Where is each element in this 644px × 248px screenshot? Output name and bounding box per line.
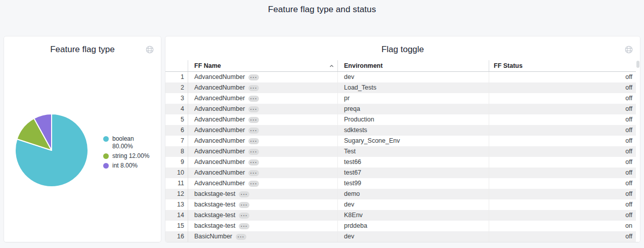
environment-cell: Production xyxy=(337,114,489,125)
row-number-cell: 6 xyxy=(165,125,188,136)
table-row[interactable]: 2 AdvancedNumber Load_Tests off xyxy=(165,82,636,93)
table-scrollbar[interactable] xyxy=(636,60,640,242)
ellipsis-icon[interactable] xyxy=(248,181,259,187)
ff-status-cell: off xyxy=(489,210,636,221)
row-number-cell: 8 xyxy=(165,146,188,157)
ellipsis-icon[interactable] xyxy=(236,234,246,240)
environment-cell: dev xyxy=(337,72,489,82)
legend-item[interactable]: string 12.00% xyxy=(103,152,153,160)
row-number-cell: 4 xyxy=(165,104,188,114)
ff-name-cell: AdvancedNumber xyxy=(188,93,337,104)
environment-cell: sdktests xyxy=(337,125,489,136)
row-number-cell: 14 xyxy=(165,210,188,221)
ellipsis-icon[interactable] xyxy=(248,106,259,112)
environment-cell: test99 xyxy=(337,178,489,189)
ff-status-cell: on xyxy=(489,221,636,231)
ff-name-cell: backstage-test xyxy=(188,221,337,231)
legend-color-dot xyxy=(103,136,109,142)
table-row[interactable]: 4 AdvancedNumber preqa off xyxy=(165,104,636,114)
legend-color-dot xyxy=(103,153,109,159)
table-row[interactable]: 3 AdvancedNumber pr off xyxy=(165,93,636,104)
column-header-ff-name-label: FF Name xyxy=(194,60,221,71)
ellipsis-icon[interactable] xyxy=(239,191,249,197)
table-row[interactable]: 6 AdvancedNumber sdktests off xyxy=(165,125,636,136)
environment-cell: Test xyxy=(337,146,489,157)
ff-name-cell: backstage-test xyxy=(188,199,337,210)
ff-name-text: AdvancedNumber xyxy=(194,125,245,136)
column-header-ff-name[interactable]: FF Name xyxy=(188,60,337,71)
row-number-cell: 7 xyxy=(165,136,188,146)
ff-status-cell: off xyxy=(489,93,636,104)
header-row-number xyxy=(165,60,188,71)
table-row[interactable]: 13 backstage-test dev off xyxy=(165,199,636,210)
ellipsis-icon[interactable] xyxy=(239,202,249,208)
ff-status-cell: off xyxy=(489,82,636,93)
ellipsis-icon[interactable] xyxy=(239,223,249,229)
table-row[interactable]: 11 AdvancedNumber test99 off xyxy=(165,178,636,189)
feature-flag-type-panel: Feature flag type boolean 80.00% string … xyxy=(4,36,161,242)
pie-legend: boolean 80.00% string 12.00% int 8.00% xyxy=(103,135,153,172)
ellipsis-icon[interactable] xyxy=(248,170,259,176)
sort-asc-icon xyxy=(329,63,334,69)
environment-cell: pr xyxy=(337,93,489,104)
ff-name-cell: AdvancedNumber xyxy=(188,157,337,168)
table-row[interactable]: 8 AdvancedNumber Test off xyxy=(165,146,636,157)
ff-name-text: AdvancedNumber xyxy=(194,178,245,189)
ff-name-text: AdvancedNumber xyxy=(194,114,245,125)
table-row[interactable]: 15 backstage-test prddeba on xyxy=(165,221,636,231)
row-number-cell: 10 xyxy=(165,168,188,178)
ff-status-cell: off xyxy=(489,231,636,242)
ff-name-cell: AdvancedNumber xyxy=(188,178,337,189)
table-scrollbar-thumb[interactable] xyxy=(636,61,639,68)
ff-status-cell: off xyxy=(489,104,636,114)
ff-name-cell: backstage-test xyxy=(188,189,337,199)
table-header-row: FF Name Environment FF Status xyxy=(165,60,636,72)
column-header-environment[interactable]: Environment xyxy=(337,60,489,71)
ff-name-text: AdvancedNumber xyxy=(194,93,245,104)
ellipsis-icon[interactable] xyxy=(248,128,259,134)
ff-status-cell: off xyxy=(489,199,636,210)
table-row[interactable]: 10 AdvancedNumber test67 off xyxy=(165,168,636,178)
row-number-cell: 11 xyxy=(165,178,188,189)
ff-name-text: AdvancedNumber xyxy=(194,146,245,157)
environment-cell: Load_Tests xyxy=(337,82,489,93)
ff-status-cell: off xyxy=(489,125,636,136)
ellipsis-icon[interactable] xyxy=(248,85,259,91)
ellipsis-icon[interactable] xyxy=(239,213,249,219)
ellipsis-icon[interactable] xyxy=(248,138,259,144)
globe-icon[interactable] xyxy=(624,45,633,54)
ff-name-cell: BasicNumber xyxy=(188,231,337,242)
environment-cell: dev xyxy=(337,231,489,242)
table-row[interactable]: 5 AdvancedNumber Production off xyxy=(165,114,636,125)
environment-cell: preqa xyxy=(337,104,489,114)
table-row[interactable]: 12 backstage-test demo off xyxy=(165,189,636,199)
ellipsis-icon[interactable] xyxy=(248,117,259,123)
ff-name-cell: AdvancedNumber xyxy=(188,104,337,114)
ellipsis-icon[interactable] xyxy=(248,149,259,155)
ellipsis-icon[interactable] xyxy=(248,74,259,80)
row-number-cell: 3 xyxy=(165,93,188,104)
panel-title-flag-toggle: Flag toggle xyxy=(165,36,640,60)
ff-name-cell: backstage-test xyxy=(188,210,337,221)
ff-name-cell: AdvancedNumber xyxy=(188,82,337,93)
table-row[interactable]: 9 AdvancedNumber test66 off xyxy=(165,157,636,168)
ellipsis-icon[interactable] xyxy=(248,96,259,102)
legend-label: int 8.00% xyxy=(112,162,138,170)
legend-item[interactable]: int 8.00% xyxy=(103,162,153,170)
flag-toggle-panel: Flag toggle FF Name Environment FF Statu… xyxy=(165,36,640,242)
table-row[interactable]: 1 AdvancedNumber dev off xyxy=(165,72,636,82)
row-number-cell: 12 xyxy=(165,189,188,199)
ff-name-text: backstage-test xyxy=(194,221,235,231)
ellipsis-icon[interactable] xyxy=(248,159,259,166)
environment-cell: K8Env xyxy=(337,210,489,221)
panel-title-feature-flag-type: Feature flag type xyxy=(4,36,161,60)
row-number-cell: 2 xyxy=(165,82,188,93)
ff-status-cell: off xyxy=(489,189,636,199)
ff-name-cell: AdvancedNumber xyxy=(188,168,337,178)
table-row[interactable]: 7 AdvancedNumber Sugary_Scone_Env off xyxy=(165,136,636,146)
column-header-ff-status[interactable]: FF Status xyxy=(489,60,636,71)
table-row[interactable]: 14 backstage-test K8Env off xyxy=(165,210,636,221)
legend-item[interactable]: boolean 80.00% xyxy=(103,135,153,150)
table-row[interactable]: 16 BasicNumber dev off xyxy=(165,231,636,242)
globe-icon[interactable] xyxy=(145,45,154,54)
